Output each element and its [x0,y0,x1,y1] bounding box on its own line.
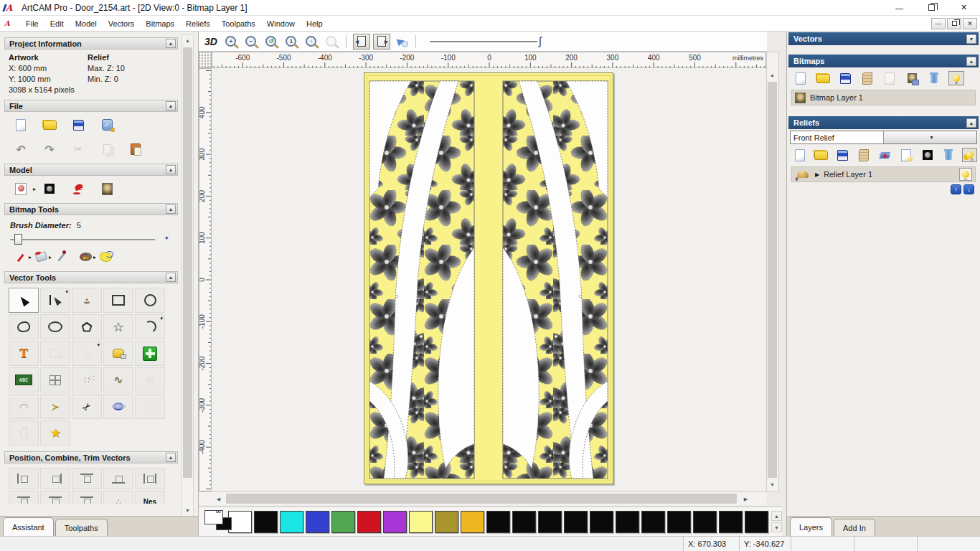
palette-swatch[interactable] [616,511,639,533]
palette-scroll-down-icon[interactable]: ▼ [771,522,782,532]
relief-envelope-icon[interactable] [899,148,914,162]
scroll-left-icon[interactable]: ◀ [213,494,224,504]
dropdown-arrow-icon[interactable]: ▼ [883,131,976,143]
open-bitmap-icon[interactable] [815,71,831,85]
save-relief-icon[interactable] [835,148,850,162]
menu-file[interactable]: File [20,17,44,30]
create-ellipse-tool[interactable] [40,314,70,339]
flyout-arrow-icon[interactable]: ▾ [65,289,68,295]
mdi-minimize-button[interactable]: — [931,18,946,29]
set-model-size-icon[interactable] [13,182,29,196]
palette-swatch[interactable] [383,511,407,533]
delete-relief-icon[interactable] [941,148,956,162]
palette-swatch[interactable] [641,511,665,533]
zoom-previous-icon[interactable] [263,34,279,49]
palette-swatch[interactable] [254,511,278,533]
section-header-model[interactable]: Model ▲ [4,164,178,176]
create-arc-tool[interactable]: ▾ [135,314,165,339]
palette-swatch[interactable] [461,511,484,533]
align-centre-top-tool[interactable] [9,491,39,504]
measure-tool[interactable] [103,341,133,366]
palette-swatch[interactable] [538,511,562,533]
scroll-up-icon[interactable]: ▲ [182,35,193,46]
bitmap-layer-row[interactable]: Bitmap Layer 1 [791,90,976,105]
flyout-arrow-icon[interactable]: ▾ [160,316,163,321]
palette-swatch[interactable] [564,511,588,533]
collapse-icon[interactable]: ▲ [166,39,176,48]
palette-tool-icon[interactable] [77,250,93,264]
reliefs-header[interactable]: Reliefs ▲ [788,116,979,129]
palette-swatch[interactable] [409,511,433,533]
align-bottom-tool[interactable] [103,468,133,489]
palette-scroll-up-icon[interactable]: ▲ [771,511,782,521]
tab-add-in[interactable]: Add In [834,519,875,536]
nesting-tool[interactable] [135,491,165,504]
transform-vectors-tool[interactable] [72,288,102,313]
create-polygon-tool[interactable] [72,314,102,339]
bisector-tool[interactable] [40,394,70,419]
sponge-tool-icon[interactable] [98,250,113,264]
palette-swatch[interactable] [280,511,303,533]
create-block-tool[interactable] [135,341,165,366]
node-editing-tool[interactable]: ▾ [40,288,70,313]
expand-icon[interactable]: ▼ [966,34,976,44]
scroll-up-icon[interactable]: ▲ [767,70,778,80]
canvas-vertical-scrollbar[interactable]: ▲ ▼ [766,52,779,491]
wrap-text-tool[interactable] [40,420,70,446]
line-width-slider[interactable] [430,34,542,49]
trim-vectors-tool[interactable] [72,394,102,419]
delete-bitmap-icon[interactable] [926,71,942,85]
menu-vectors[interactable]: Vectors [103,17,141,30]
align-right-tool[interactable] [40,468,70,489]
drawing-canvas[interactable] [212,68,766,491]
tab-assistant[interactable]: Assistant [3,517,54,536]
bitmaps-header[interactable]: Bitmaps ▲ [788,55,979,67]
link-colors-icon[interactable]: ∞ [216,507,221,515]
menu-reliefs[interactable]: Reliefs [180,17,216,30]
slider-track[interactable] [10,239,155,240]
flyout-arrow-icon[interactable]: ▾ [97,342,100,348]
mdi-close-button[interactable]: ✕ [963,18,977,29]
align-centre-line-tool[interactable] [72,491,102,504]
open-model-icon[interactable] [42,118,57,132]
close-button[interactable]: ✕ [948,0,980,16]
paste-along-curve-tool[interactable] [72,367,102,392]
palette-swatch[interactable] [331,511,355,533]
zoom-in-icon[interactable] [223,34,239,49]
attach-texture-icon[interactable] [904,71,920,85]
slider-thumb[interactable] [14,234,22,245]
mdi-restore-button[interactable] [947,18,961,29]
flood-fill-tool-icon[interactable] [33,250,49,264]
fit-polyline-tool[interactable] [103,367,133,392]
switch-3d-view-button[interactable]: 3D [204,36,217,47]
primary-secondary-color-widget[interactable]: ∞ [203,509,224,534]
scrollbar-thumb[interactable] [768,82,777,478]
move-layer-down-button[interactable] [963,184,974,194]
undo-icon[interactable] [13,142,29,156]
section-header-bitmap-tools[interactable]: Bitmap Tools ▲ [4,203,178,215]
model-properties-icon[interactable] [99,118,115,132]
palette-swatch[interactable] [306,511,329,533]
save-model-icon[interactable] [70,118,86,132]
envelope-distort-tool[interactable] [40,367,70,392]
spin-vectors-tool[interactable] [103,394,133,419]
colour-picker-tool-icon[interactable] [53,250,69,264]
palette-swatch[interactable] [435,511,458,533]
bitmap-list-icon[interactable] [859,71,875,85]
zoom-1to1-icon[interactable] [283,34,299,49]
palette-swatch[interactable] [719,511,743,533]
tab-layers[interactable]: Layers [790,517,832,536]
collapse-icon[interactable]: ▲ [966,118,976,128]
section-header-file[interactable]: File ▲ [4,100,178,112]
collapse-icon[interactable]: ▲ [166,165,176,174]
flyout-arrow-icon[interactable]: ▸ [93,254,96,260]
align-left-tool[interactable] [9,468,39,489]
palette-swatch[interactable] [693,511,717,533]
select-vectors-tool[interactable] [9,288,39,313]
minimize-button[interactable]: — [883,0,915,16]
zoom-box-icon[interactable] [303,34,319,49]
flyout-arrow-icon[interactable]: ▸ [49,254,52,260]
restore-button[interactable] [915,0,948,16]
snap-page-left-icon[interactable] [353,34,370,50]
redo-icon[interactable] [42,142,57,156]
